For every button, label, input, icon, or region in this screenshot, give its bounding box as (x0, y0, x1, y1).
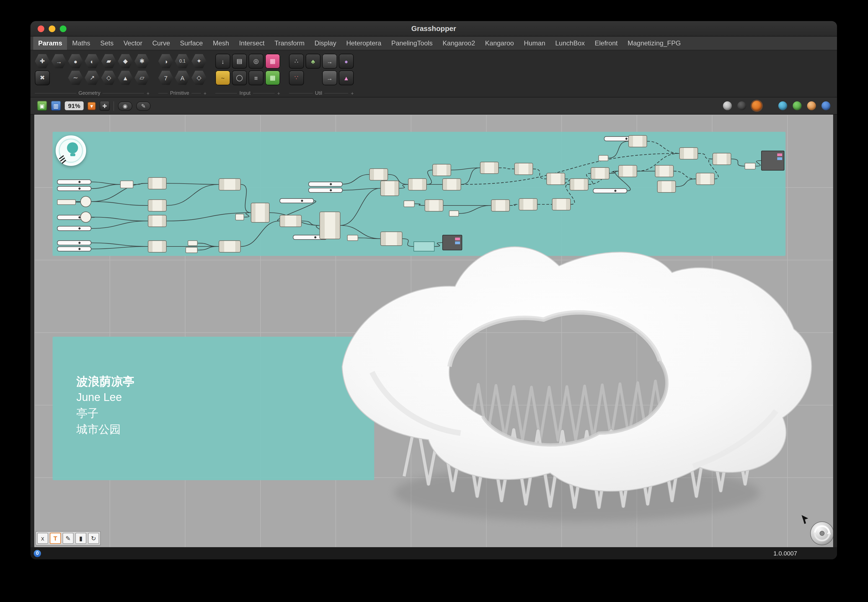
gh-component[interactable] (655, 165, 674, 177)
gh-component[interactable] (491, 200, 510, 212)
preview-green-button[interactable] (793, 101, 802, 110)
gh-component-small[interactable] (449, 210, 459, 217)
gh-component[interactable] (696, 173, 715, 185)
gh-component[interactable] (442, 178, 461, 190)
group-more-icon[interactable]: + (277, 91, 280, 96)
gh-component-small[interactable] (186, 247, 198, 253)
curve-icon[interactable]: ∼ (68, 70, 83, 85)
gradient-icon[interactable]: ◯ (232, 70, 247, 85)
graph-mapper-icon[interactable]: ~ (215, 70, 230, 85)
menu-surface[interactable]: Surface (175, 37, 208, 50)
gh-preview-component[interactable] (761, 150, 784, 170)
gh-preview-component[interactable] (442, 235, 462, 250)
menu-human[interactable]: Human (519, 37, 550, 50)
gh-param[interactable] (80, 212, 91, 223)
gh-component[interactable] (628, 135, 647, 147)
gh-component[interactable] (219, 240, 241, 253)
close-icon[interactable]: ✖ (35, 70, 50, 85)
gh-number-slider[interactable] (593, 188, 627, 193)
wireframe-view-button[interactable] (723, 101, 732, 110)
galapagos-icon[interactable]: ♣ (305, 54, 321, 69)
gh-component-small[interactable] (120, 181, 133, 188)
gh-component[interactable] (480, 162, 499, 174)
text-icon[interactable]: A (175, 70, 190, 85)
gh-number-slider[interactable] (57, 180, 91, 184)
menu-panelingtools[interactable]: PanelingTools (386, 37, 438, 50)
zoom-dropdown-button[interactable]: ▾ (87, 101, 96, 110)
menu-elefront[interactable]: Elefront (590, 37, 623, 50)
gh-component[interactable] (590, 167, 609, 180)
menu-maths[interactable]: Maths (67, 37, 95, 50)
import-icon[interactable]: ↓ (215, 54, 230, 69)
sketch-tool-button[interactable]: ✎ (136, 101, 150, 111)
device-button[interactable]: ▮ (75, 533, 86, 544)
gh-component[interactable] (519, 198, 538, 210)
vector-icon[interactable]: → (52, 54, 66, 69)
menu-heteroptera[interactable]: Heteroptera (341, 37, 386, 50)
gh-component[interactable] (251, 203, 270, 223)
gh-panel[interactable] (414, 241, 434, 252)
line-icon[interactable]: ↗ (85, 70, 100, 85)
group-more-icon[interactable]: + (146, 91, 149, 96)
menu-transform[interactable]: Transform (270, 37, 310, 50)
kangaroo-goal-icon[interactable]: ● (339, 54, 354, 69)
gh-number-slider[interactable] (279, 198, 314, 203)
gh-component[interactable] (432, 164, 451, 176)
menu-mesh[interactable]: Mesh (208, 37, 234, 50)
gh-component[interactable] (279, 215, 302, 227)
gh-component[interactable] (148, 240, 167, 253)
preview-orange-button[interactable] (807, 101, 816, 110)
gh-component-small[interactable] (347, 235, 358, 241)
menu-curve[interactable]: Curve (147, 37, 175, 50)
gh-component[interactable] (408, 178, 427, 190)
point-icon[interactable]: ✚ (35, 54, 50, 69)
gh-component[interactable] (712, 153, 731, 165)
plane-icon[interactable]: ▰ (101, 54, 116, 69)
preview-toggle-button[interactable]: ◉ (118, 101, 132, 111)
gh-component-small[interactable] (57, 200, 76, 205)
gh-component[interactable] (369, 168, 388, 181)
menu-display[interactable]: Display (310, 37, 341, 50)
gh-component[interactable] (546, 173, 565, 185)
menu-kangaroo2[interactable]: Kangaroo2 (438, 37, 480, 50)
shaded-view-button[interactable] (752, 101, 762, 111)
menu-magnetizing_fpg[interactable]: Magnetizing_FPG (623, 37, 686, 50)
point-param-icon[interactable]: ✦ (192, 54, 207, 69)
boolean-icon[interactable]: ◑ (158, 54, 173, 69)
menu-lunchbox[interactable]: LunchBox (550, 37, 590, 50)
save-button[interactable]: ▥ (51, 101, 61, 111)
pen-button[interactable]: ✎ (63, 533, 74, 544)
gh-component-small[interactable] (403, 201, 415, 207)
gh-component[interactable] (514, 163, 533, 175)
gh-component-small[interactable] (188, 240, 198, 246)
number-icon[interactable]: 0.1 (175, 54, 190, 69)
zoom-level[interactable]: 91% (65, 101, 84, 110)
gh-component-small[interactable] (745, 163, 756, 169)
field-icon[interactable]: ✱ (135, 54, 149, 69)
arc-icon[interactable]: ◐ (85, 54, 100, 69)
preview-cyan-button[interactable] (778, 101, 787, 110)
relay-icon[interactable]: ∴ (289, 54, 304, 69)
zoom-extents-button[interactable]: ✚ (100, 101, 110, 111)
gh-number-slider[interactable] (57, 186, 91, 191)
gh-number-slider[interactable] (57, 240, 91, 245)
gh-canvas[interactable]: 波浪荫凉亭 June Lee亭子城市公园 (34, 115, 833, 547)
gh-component-small[interactable] (598, 155, 608, 161)
gh-number-slider[interactable] (308, 182, 343, 187)
menu-vector[interactable]: Vector (118, 37, 147, 50)
gh-component[interactable] (219, 178, 241, 190)
menu-intersect[interactable]: Intersect (234, 37, 270, 50)
gh-component[interactable] (148, 215, 167, 227)
colour-swatch-icon[interactable]: ▦ (265, 54, 280, 69)
menu-sets[interactable]: Sets (95, 37, 118, 50)
gh-component[interactable] (570, 178, 589, 190)
mesh-icon[interactable]: ▲ (118, 70, 133, 85)
new-document-button[interactable]: ▣ (37, 101, 47, 111)
gh-component[interactable] (657, 181, 676, 193)
gh-component-small[interactable] (235, 214, 244, 220)
gh-number-slider[interactable] (57, 246, 91, 252)
gh-component[interactable] (380, 181, 399, 196)
cherry-picker-icon[interactable]: ∵ (289, 70, 304, 85)
gh-component[interactable] (618, 165, 637, 177)
data-output-icon[interactable]: → (322, 54, 337, 69)
